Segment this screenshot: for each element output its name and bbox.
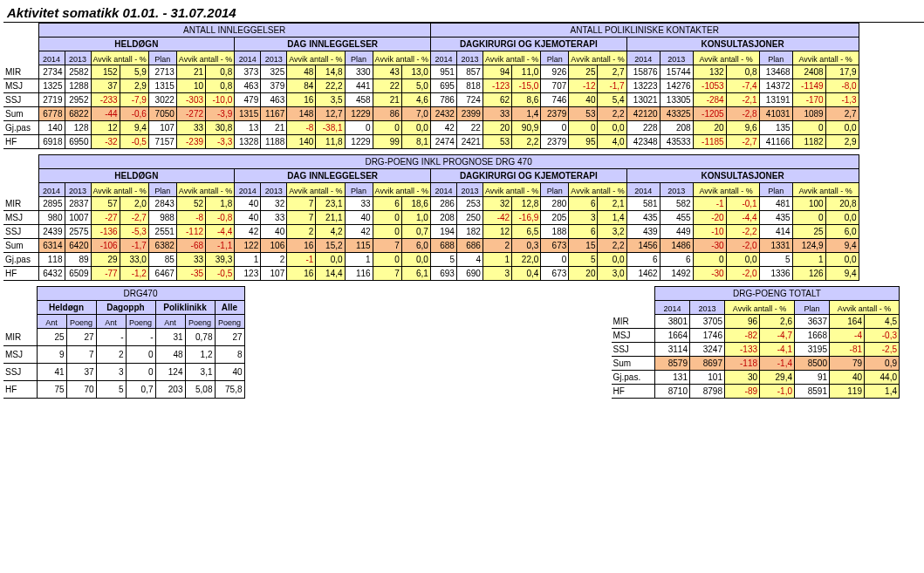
cell: 32: [261, 197, 287, 211]
table-drg-total: DRG-POENG TOTALT 2014 2013 Avvik antall …: [612, 286, 900, 399]
cell: 4,0: [598, 135, 626, 149]
sub-heldogn: HELDØGN: [38, 38, 235, 51]
cell: -35: [176, 267, 205, 281]
cell: 1188: [261, 135, 287, 149]
cell: 746: [541, 93, 569, 107]
cell: 86: [373, 107, 401, 121]
cell: 0: [126, 346, 155, 364]
cell: 2551: [148, 225, 176, 239]
cell: 463: [261, 93, 287, 107]
table-row: Sum85798697-118-1,48500790,9: [612, 357, 900, 371]
cell: 33: [176, 121, 205, 135]
cell: 22,2: [316, 79, 345, 93]
cell: 85: [148, 253, 176, 267]
cell: 2,6: [760, 315, 795, 329]
cell: 13468: [759, 65, 792, 79]
cell: -30: [693, 239, 726, 253]
cell: 2734: [38, 65, 65, 79]
cell: 373: [235, 65, 261, 79]
cell: -7,9: [120, 93, 148, 107]
cell: 2: [96, 346, 126, 364]
cell: 41166: [759, 135, 792, 149]
cell: 148: [287, 107, 316, 121]
cell: 0: [541, 253, 569, 267]
cell: 1: [235, 253, 261, 267]
cell: 2,1: [598, 197, 626, 211]
cell: 20: [569, 267, 598, 281]
cell: 5,0: [401, 79, 430, 93]
cell: 0: [569, 121, 598, 135]
cell: 33: [261, 211, 287, 225]
cell: 89: [65, 253, 91, 267]
cell: 3,5: [316, 93, 345, 107]
cell: 11,0: [512, 65, 541, 79]
cell: 33: [483, 107, 511, 121]
column-header-row: 20142013Avvik antall - %PlanAvvik antall…: [3, 51, 859, 65]
cell: 99: [373, 135, 401, 149]
cell: 20: [693, 121, 726, 135]
cell: 1325: [38, 79, 65, 93]
cell: 107: [261, 267, 287, 281]
table-row: HF64326509-77-1,26467-35-0,51231071614,4…: [3, 267, 859, 281]
cell: 1331: [759, 239, 792, 253]
cell: 1: [345, 253, 373, 267]
cell: 0,4: [512, 267, 541, 281]
table-row: HF87108798-89-1,085911191,4: [612, 385, 900, 399]
cell: -1: [287, 253, 316, 267]
cell: -8,0: [825, 79, 859, 93]
cell: 9: [37, 346, 66, 364]
row-label: MSJ: [3, 346, 37, 364]
cell: 20,8: [825, 197, 859, 211]
cell: -0,3: [865, 329, 900, 343]
row-label: MSJ: [3, 211, 38, 225]
cell: 0,0: [316, 253, 345, 267]
cell: 1315: [235, 107, 261, 121]
cell: 2: [483, 239, 511, 253]
cell: 857: [456, 65, 483, 79]
cell: 481: [759, 197, 792, 211]
cell: 40: [215, 364, 244, 381]
table-drg-poeng: DRG-POENG INKL PROGNOSE DRG 470 HELDØGN …: [3, 154, 859, 281]
table-row: MIR273425821525,92713210,83733254814,833…: [3, 65, 859, 79]
cell: 14,4: [316, 267, 345, 281]
cell: 40: [830, 371, 865, 385]
cell: 8,6: [512, 93, 541, 107]
cell: 8579: [655, 357, 690, 371]
cell: -1053: [693, 79, 726, 93]
cell: 62: [483, 93, 511, 107]
cell: 253: [456, 197, 483, 211]
cell: 12: [91, 121, 120, 135]
sub-konsult: KONSULTASJONER: [626, 38, 859, 51]
cell: 15744: [660, 65, 693, 79]
cell: 2439: [38, 225, 65, 239]
cell: -27: [91, 211, 120, 225]
cell: -: [126, 329, 155, 346]
header-drg470: DRG470: [37, 287, 244, 301]
cell: 818: [456, 79, 483, 93]
cell: 1492: [660, 267, 693, 281]
cell: 1,4: [512, 107, 541, 121]
table-row: Sum63146420-106-1,76382-68-1,11221061615…: [3, 239, 859, 253]
cell: -42: [483, 211, 511, 225]
cell: 1486: [660, 239, 693, 253]
cell: 6,1: [401, 267, 430, 281]
cell: 5: [569, 253, 598, 267]
cell: 3: [569, 211, 598, 225]
cell: 6,0: [401, 239, 430, 253]
cell: 0: [345, 121, 373, 135]
cell: -1205: [693, 107, 726, 121]
cell: 132: [693, 65, 726, 79]
cell: 115: [345, 239, 373, 253]
row-label: MIR: [3, 65, 38, 79]
cell: -8: [287, 121, 316, 135]
cell: -89: [725, 385, 760, 399]
cell: -2,0: [726, 239, 759, 253]
cell: 119: [830, 385, 865, 399]
cell: 16: [287, 93, 316, 107]
cell: 27: [66, 329, 96, 346]
cell: -0,8: [206, 211, 235, 225]
cell: 4: [456, 253, 483, 267]
cell: 21,1: [316, 211, 345, 225]
cell: 2399: [456, 107, 483, 121]
cell: -20: [693, 211, 726, 225]
